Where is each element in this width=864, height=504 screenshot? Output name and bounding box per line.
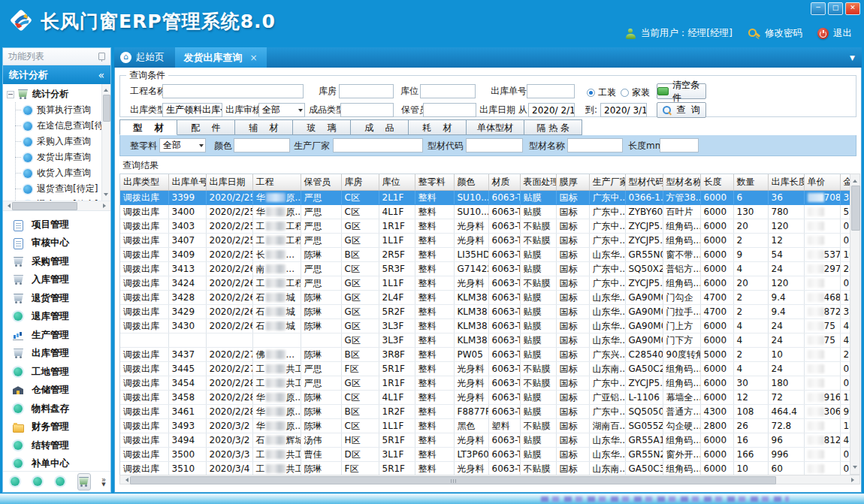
close-button[interactable]: ✕ [845,2,860,15]
sidebar-item[interactable]: 出库管理 [3,345,110,364]
radio-jiazhuang[interactable]: 家装 [621,86,650,99]
profile-code-input[interactable] [466,138,523,152]
collapse-icon[interactable]: « [98,71,104,79]
sidebar-item[interactable]: 审核中心 [3,234,110,253]
overflow-chevron[interactable]: » ▼ [101,477,106,487]
table-row[interactable]: 调拨出库35102020/3/4工共工程陈琳F区5R1F整料光身料6063-T5… [120,462,850,476]
table-row[interactable]: 调拨出库33992020/2/25华原...严思C区2L1F整料SU10...6… [120,191,850,205]
material-tab[interactable]: 型 材 [119,119,177,135]
material-tab[interactable]: 耗 材 [409,119,467,135]
tree-expander-icon[interactable] [7,91,14,98]
table-row[interactable]: 调拨出库34242020/2/26工工程严思G区1L1F整料光身料6063-T5… [120,276,850,291]
column-header[interactable]: 库房 [341,174,379,191]
table-row[interactable]: 调拨出库34452020/2/27工共工程严思F区5R1F整料光身料6063-T… [120,362,850,376]
table-row[interactable]: 调拨出库34282020/2/26石城陈琳G区2L4F整料KLM38176063… [120,291,850,305]
scroll-left-icon[interactable] [5,204,11,208]
scroll-left-icon[interactable] [123,478,128,482]
sidebar-item[interactable]: 退库管理 [3,308,110,327]
column-header[interactable]: 单价 [804,174,840,191]
column-header[interactable]: 金 [840,174,850,191]
tree-item[interactable]: 收货入库查询 [3,165,110,181]
tree-vertical-scrollbar[interactable] [101,84,110,201]
circle-icon[interactable] [55,476,67,487]
column-header[interactable]: 型材名称 [663,174,700,191]
column-header[interactable]: 型材代码 [625,174,663,191]
column-header[interactable]: 整零料 [415,174,454,191]
sidebar-item[interactable]: 工地管理 [3,363,110,382]
maximize-button[interactable]: □ [828,2,843,15]
profile-name-input[interactable] [567,138,623,152]
logout-button[interactable]: 退出 [817,27,852,40]
column-header[interactable]: 膜厚 [556,174,589,191]
table-row[interactable]: 调拨出库34932020/3/2华原...陈琳C区1L1F整料黑色塑料不贴膜国标… [120,419,850,433]
date-from-picker[interactable]: 2020/ 2/16 [528,103,575,117]
table-row[interactable]: 调拨出库34612020/2/28华原...陈琳B区1R2F整料F8877FT6… [120,405,850,419]
length-input[interactable] [660,138,699,152]
scroll-thumb[interactable] [130,476,776,484]
column-header[interactable]: 长度 [700,174,733,191]
date-to-picker[interactable]: 2020/ 3/16 [600,103,647,117]
tab-shipping-outbound-query[interactable]: 发货出库查询 × [175,47,267,68]
table-row[interactable]: 调拨出库34002020/2/25华原...严思C区4L1F整料SU10...6… [120,205,850,219]
table-row[interactable]: 调拨出库34072020/2/25工工程严思G区1L1F整料光身料6063-T5… [120,234,850,248]
sidebar-item[interactable]: 采购管理 [3,252,110,271]
location-input[interactable] [420,84,476,98]
column-header[interactable]: 出库单号 [168,174,206,191]
search-button[interactable]: 查 询 [657,102,706,118]
material-tab[interactable]: 辅 材 [235,119,293,135]
material-tab[interactable]: 配 件 [177,119,235,135]
column-header[interactable]: 出库长度 [768,174,804,191]
tab-list-dropdown-icon[interactable]: ▼ [850,54,855,62]
scroll-up-icon[interactable] [104,86,108,92]
scroll-right-icon[interactable] [103,204,108,208]
circle-icon[interactable] [32,476,44,487]
tree-item[interactable]: 发货出库查询 [3,149,110,165]
column-header[interactable]: 工程 [252,174,301,191]
project-name-input[interactable] [162,84,304,98]
close-tab-icon[interactable]: × [250,53,258,63]
column-header[interactable]: 材质 [488,174,520,191]
column-header[interactable]: 表面处理 [520,174,556,191]
tree-item[interactable]: 采购入库查询 [3,134,110,149]
tree-item[interactable]: 退货查询[待定] [3,181,110,197]
sidebar-item[interactable]: 入库管理 [3,271,110,290]
table-row[interactable]: 调拨出库34032020/2/25工工程严思G区1R1F整料光身料6063-T5… [120,219,850,234]
scroll-up-icon[interactable] [853,177,857,183]
material-tab[interactable]: 隔 热 条 [524,119,582,135]
keeper-input[interactable] [423,103,476,117]
material-tab[interactable]: 玻 璃 [293,119,351,135]
column-header[interactable]: 数量 [733,174,768,191]
tree-horizontal-scrollbar[interactable] [3,201,110,211]
sidebar-item[interactable]: 项目管理 [3,216,110,234]
minimize-button[interactable]: ─ [811,2,826,15]
order-no-input[interactable] [527,84,575,98]
tree-item[interactable]: 在途信息查询[待 [3,118,110,134]
scroll-right-icon[interactable] [851,478,856,482]
sidebar-item[interactable]: 结转管理 [3,436,110,455]
table-row[interactable]: 调拨出库34372020/2/27佛...陈琳B区3R8F整料PW056063-… [120,348,850,362]
tab-home[interactable]: ⌂ 起始页 [114,47,175,68]
color-input[interactable] [234,138,290,152]
material-tab[interactable]: 单体型材 [467,119,524,135]
manufacturer-input[interactable] [333,138,423,152]
table-row[interactable]: 调拨出库34942020/3/2石辉城汤伟H区5R1F整料光身料6063-T5贴… [120,433,850,448]
column-header[interactable]: 颜色 [454,174,488,191]
warehouse-input[interactable] [339,84,394,98]
scroll-thumb[interactable] [851,186,860,231]
column-header[interactable]: 库位 [379,174,415,191]
table-row[interactable]: 调拨出库34132020/2/26南...严思C区5R3F整料G71422606… [120,262,850,276]
table-row[interactable]: 调拨出库34302020/2/26石城陈琳G区3L3F整料KLM38176063… [120,319,850,333]
radio-gongzhuang[interactable]: 工装 [587,86,616,99]
table-row[interactable]: 调拨出库34292020/2/26石城陈琳G区5R2F整料KLM38176063… [120,305,850,319]
sidebar-item[interactable]: 仓储管理 [3,382,110,400]
table-row[interactable]: 调拨出库35002020/3/3工共工程曹佳D区3L1F整料LT3P606063… [120,448,850,462]
tree-item[interactable]: 预算执行查询 [3,102,110,118]
sidebar-item[interactable]: 生产管理 [3,326,110,345]
tree-root[interactable]: 统计分析 [3,86,110,102]
change-password-button[interactable]: 修改密码 [748,27,802,40]
clear-conditions-button[interactable]: 清空条件 [657,83,706,99]
whole-part-select[interactable]: 全部 [159,138,206,152]
sidebar-item[interactable]: 财务管理 [3,418,110,437]
scroll-thumb[interactable] [103,95,110,122]
vertical-scrollbar[interactable] [850,174,860,475]
